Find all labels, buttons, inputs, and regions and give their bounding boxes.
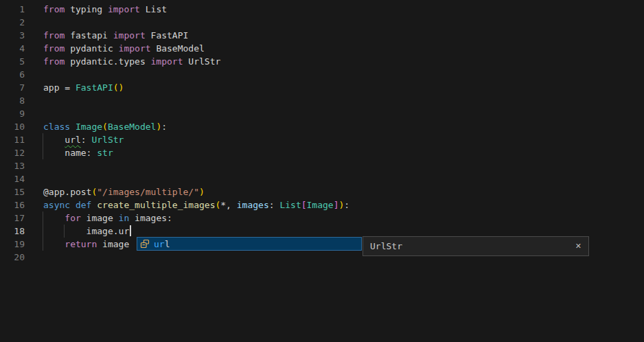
code-token	[43, 213, 65, 223]
code-token: name:	[43, 148, 97, 158]
line-number[interactable]: 2	[0, 16, 32, 29]
code-token: Image	[76, 122, 102, 132]
code-lines-container: 1from typing import List23from fastapi i…	[0, 3, 644, 264]
line-number[interactable]: 15	[0, 185, 32, 198]
code-line[interactable]: name: str	[32, 146, 644, 159]
code-line[interactable]	[32, 159, 644, 172]
editor-row: 3from fastapi import FastAPI	[0, 29, 644, 42]
code-line[interactable]: from typing import List	[32, 3, 644, 16]
code-token: from	[43, 30, 65, 41]
code-token	[43, 135, 65, 145]
code-line[interactable]	[32, 16, 644, 29]
code-token: pydantic.types	[65, 56, 150, 67]
code-token: typing	[65, 4, 108, 14]
suggest-item-url[interactable]: url	[140, 238, 361, 250]
code-token: image.ur	[43, 226, 129, 236]
suggest-widget: url	[137, 237, 362, 251]
suggest-match-text: ur	[154, 239, 165, 249]
editor-row: 8	[0, 94, 644, 107]
code-token: (	[102, 122, 108, 132]
line-number[interactable]: 1	[0, 3, 32, 16]
code-token: import	[108, 4, 140, 14]
editor-row: 9	[0, 107, 644, 120]
code-token: pydantic	[65, 43, 118, 54]
editor-row: 16async def create_multiple_images(*, im…	[0, 198, 644, 212]
code-token: List	[279, 200, 301, 210]
indent-guide	[43, 212, 43, 225]
code-line[interactable]	[32, 94, 644, 107]
code-token: image	[97, 239, 129, 249]
line-number[interactable]: 19	[0, 238, 32, 251]
code-line[interactable]: from pydantic import BaseModel	[32, 42, 644, 55]
code-token: :	[161, 122, 167, 132]
line-number[interactable]: 8	[0, 94, 32, 107]
editor-row: 17 for image in images:	[0, 212, 644, 225]
code-token: return	[65, 239, 97, 249]
code-token: [	[301, 200, 307, 210]
code-line[interactable]	[32, 107, 644, 120]
indent-guide	[43, 225, 43, 238]
code-token: BaseModel	[151, 43, 205, 54]
code-token: str	[97, 148, 113, 158]
line-number[interactable]: 16	[0, 198, 32, 212]
code-token: from	[43, 56, 65, 67]
line-number[interactable]: 3	[0, 29, 32, 42]
line-number[interactable]: 9	[0, 107, 32, 120]
code-line[interactable]: from fastapi import FastAPI	[32, 29, 644, 42]
line-number[interactable]: 7	[0, 81, 32, 94]
line-number[interactable]: 14	[0, 172, 32, 185]
line-number[interactable]: 20	[0, 251, 32, 264]
code-token: from	[43, 4, 65, 14]
line-number[interactable]: 5	[0, 55, 32, 68]
code-token	[70, 200, 76, 210]
code-line[interactable]: @app.post("/images/multiple/")	[32, 185, 644, 198]
code-line[interactable]	[32, 172, 644, 185]
code-line[interactable]: from pydantic.types import UrlStr	[32, 55, 644, 68]
code-token: images:	[129, 213, 172, 223]
editor-row: 5from pydantic.types import UrlStr	[0, 55, 644, 68]
editor-row: 11 url: UrlStr	[0, 133, 644, 146]
code-token: :	[344, 200, 349, 210]
suggest-details-text: UrlStr	[370, 240, 402, 253]
code-token: fastapi	[65, 30, 113, 41]
editor-row: 15@app.post("/images/multiple/")	[0, 185, 644, 198]
close-icon[interactable]: ✕	[575, 242, 582, 250]
line-number[interactable]: 10	[0, 120, 32, 133]
code-line[interactable]: url: UrlStr	[32, 133, 644, 146]
field-icon	[140, 239, 150, 249]
code-token: UrlStr	[183, 56, 221, 67]
code-token: from	[43, 43, 65, 54]
line-number[interactable]: 12	[0, 146, 32, 159]
line-number[interactable]: 18	[0, 225, 32, 238]
suggest-details-panel: UrlStr ✕	[363, 236, 589, 256]
code-token: for	[65, 213, 80, 223]
code-line[interactable]: for image in images:	[32, 212, 644, 225]
line-number[interactable]: 13	[0, 159, 32, 172]
line-number[interactable]: 6	[0, 68, 32, 81]
line-number[interactable]: 4	[0, 42, 32, 55]
code-token	[43, 239, 65, 249]
editor-row: 2	[0, 16, 644, 29]
indent-guide	[64, 225, 65, 238]
code-token: "/images/multiple/"	[97, 187, 199, 197]
code-token: images	[237, 200, 269, 210]
code-token: :	[269, 200, 280, 210]
line-number[interactable]: 17	[0, 212, 32, 225]
code-token: import	[113, 30, 146, 41]
code-token: ]	[334, 200, 339, 210]
code-token: url	[65, 135, 80, 145]
code-token: List	[140, 4, 167, 14]
code-token: FastAPI	[76, 82, 113, 93]
code-token: def	[76, 200, 91, 210]
code-token: import	[151, 56, 183, 67]
line-number[interactable]: 11	[0, 133, 32, 146]
code-line[interactable]: class Image(BaseModel):	[32, 120, 644, 133]
code-line[interactable]	[32, 68, 644, 81]
code-token: create_multiple_images	[97, 200, 215, 210]
code-token: @app.post	[43, 187, 91, 197]
suggest-item-label: url	[154, 238, 170, 251]
code-line[interactable]: app = FastAPI()	[32, 81, 644, 94]
code-line[interactable]: async def create_multiple_images(*, imag…	[32, 198, 644, 212]
code-token: BaseModel	[108, 122, 156, 132]
code-token: ()	[113, 82, 124, 93]
